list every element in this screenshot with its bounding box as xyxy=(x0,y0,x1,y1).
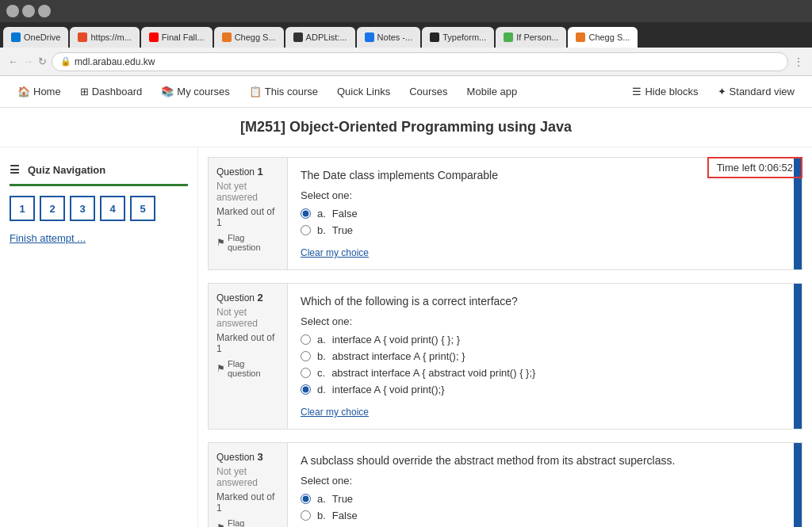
question-2-option-b[interactable]: b. abstract interface A { print(); } xyxy=(301,350,781,362)
question-3-info: Question 3 Not yet answered Marked out o… xyxy=(209,443,288,527)
question-3-option-a[interactable]: a. True xyxy=(301,493,781,505)
top-nav: 🏠 Home ⊞ Dashboard 📚 My courses 📋 This c… xyxy=(0,76,812,108)
quiz-nav-buttons: 1 2 3 4 5 xyxy=(10,196,188,221)
back-button[interactable] xyxy=(6,5,19,17)
page-title: [M251] Object-Oriented Programming using… xyxy=(0,108,812,147)
url-text: mdl.arabau.edu.kw xyxy=(75,56,155,67)
tab-favicon-6 xyxy=(365,32,374,42)
question-2-status: Not yet answered xyxy=(216,307,279,329)
question-2-select-one: Select one: xyxy=(301,315,781,327)
standard-view-link[interactable]: ✦ Standard view xyxy=(710,81,802,102)
refresh-nav-icon[interactable]: ↻ xyxy=(38,55,47,67)
question-2-info: Question 2 Not yet answered Marked out o… xyxy=(209,284,288,429)
tab-typeform[interactable]: Typeform... xyxy=(422,27,494,48)
question-2-option-a[interactable]: a. interface A { void print() { }; } xyxy=(301,334,781,346)
browser-controls xyxy=(6,5,51,17)
question-2-flag[interactable]: ⚑ Flag question xyxy=(216,359,279,378)
question-1-info: Question 1 Not yet answered Marked out o… xyxy=(209,158,288,269)
quiz-nav-btn-3[interactable]: 3 xyxy=(70,196,95,221)
question-3-mark: Marked out of 1 xyxy=(216,491,279,514)
question-1-num: Question 1 xyxy=(216,166,279,178)
right-links: ☰ Hide blocks ✦ Standard view xyxy=(624,81,802,102)
quiz-navigation-sidebar: ☰ Quiz Navigation 1 2 3 4 5 Finish attem… xyxy=(0,147,198,527)
question-3-status: Not yet answered xyxy=(216,466,279,488)
courses-link[interactable]: Courses xyxy=(401,81,455,102)
this-course-link[interactable]: 📋 This course xyxy=(241,81,326,102)
quiz-nav-btn-5[interactable]: 5 xyxy=(130,196,155,221)
question-2-text: Which of the following is a correct inte… xyxy=(301,295,781,307)
hamburger-icon: ☰ xyxy=(10,163,20,176)
tab-favicon-4 xyxy=(222,32,232,42)
question-1-select-one: Select one: xyxy=(301,189,781,201)
content-area: Time left 0:06:52 Question 1 Not yet ans… xyxy=(198,147,812,527)
question-3-select-one: Select one: xyxy=(301,475,781,487)
forward-nav-icon[interactable]: → xyxy=(23,55,33,67)
question-2-num: Question 2 xyxy=(216,292,279,304)
question-1-mark: Marked out of 1 xyxy=(216,206,279,228)
question-1-clear[interactable]: Clear my choice xyxy=(301,247,369,258)
this-course-icon: 📋 xyxy=(249,86,262,97)
question-2-option-c[interactable]: c. abstract interface A { abstract void … xyxy=(301,367,781,379)
question-1-option-a[interactable]: a. False xyxy=(301,208,781,220)
home-icon: 🏠 xyxy=(17,86,30,97)
browser-bar xyxy=(0,0,812,22)
tab-favicon-3 xyxy=(149,32,159,42)
main-layout: ☰ Quiz Navigation 1 2 3 4 5 Finish attem… xyxy=(0,147,812,527)
tab-ondrive[interactable]: OneDrive xyxy=(3,27,68,48)
question-2-mark: Marked out of 1 xyxy=(216,332,279,354)
question-card-2: Question 2 Not yet answered Marked out o… xyxy=(208,283,802,430)
dashboard-link[interactable]: ⊞ Dashboard xyxy=(72,81,151,102)
tab-bar: OneDrive https://m... Final Fall... Cheg… xyxy=(0,22,812,48)
my-courses-icon: 📚 xyxy=(161,86,174,97)
url-bar[interactable]: 🔒 mdl.arabau.edu.kw xyxy=(52,52,788,71)
quiz-nav-btn-2[interactable]: 2 xyxy=(40,196,65,221)
extensions-icon[interactable]: ⋮ xyxy=(793,55,804,68)
tab-favicon-2 xyxy=(78,32,87,42)
question-2-clear[interactable]: Clear my choice xyxy=(301,407,369,418)
finish-attempt-link[interactable]: Finish attempt ... xyxy=(10,232,188,244)
tab-finalfall[interactable]: Final Fall... xyxy=(141,27,213,48)
quiz-nav-btn-4[interactable]: 4 xyxy=(100,196,125,221)
hide-blocks-icon: ☰ xyxy=(632,86,642,97)
timer-box: Time left 0:06:52 xyxy=(707,157,802,178)
question-1-flag[interactable]: ⚑ Flag question xyxy=(216,233,279,252)
tab-chegg1[interactable]: Chegg S... xyxy=(214,27,284,48)
tab-adp[interactable]: ADPList:... xyxy=(285,27,355,48)
question-3-option-b[interactable]: b. False xyxy=(301,510,781,521)
quiz-nav-btn-1[interactable]: 1 xyxy=(10,196,35,221)
back-nav-icon[interactable]: ← xyxy=(8,55,18,67)
tab-chegg2[interactable]: Chegg S... xyxy=(568,27,638,48)
question-3-body: A subclass should override the abstract … xyxy=(288,443,794,527)
question-2-right-bar xyxy=(794,284,802,429)
question-3-flag[interactable]: ⚑ Flag question xyxy=(216,518,279,527)
lock-icon: 🔒 xyxy=(60,56,71,67)
question-2-body: Which of the following is a correct inte… xyxy=(288,284,794,429)
my-courses-link[interactable]: 📚 My courses xyxy=(153,81,237,102)
sidebar-title: ☰ Quiz Navigation xyxy=(10,157,188,186)
home-link[interactable]: 🏠 Home xyxy=(10,81,69,102)
question-1-option-b[interactable]: b. True xyxy=(301,224,781,236)
question-3-right-bar xyxy=(794,443,802,527)
tab-person[interactable]: If Person... xyxy=(496,27,566,48)
dashboard-icon: ⊞ xyxy=(80,86,89,97)
flag-icon-2: ⚑ xyxy=(216,363,225,374)
tab-favicon-8 xyxy=(504,32,513,42)
hide-blocks-link[interactable]: ☰ Hide blocks xyxy=(624,81,706,102)
question-card-3: Question 3 Not yet answered Marked out o… xyxy=(208,442,802,527)
question-1-status: Not yet answered xyxy=(216,181,279,203)
tab-https[interactable]: https://m... xyxy=(70,27,139,48)
tab-notes[interactable]: Notes -... xyxy=(357,27,421,48)
question-3-text: A subclass should override the abstract … xyxy=(301,454,781,467)
address-bar: ← → ↻ 🔒 mdl.arabau.edu.kw ⋮ xyxy=(0,48,812,76)
tab-favicon xyxy=(11,32,21,42)
standard-view-icon: ✦ xyxy=(718,86,726,97)
flag-icon-3: ⚑ xyxy=(216,522,225,527)
tab-favicon-5 xyxy=(293,32,303,42)
tab-favicon-9 xyxy=(576,32,585,42)
question-2-option-d[interactable]: d. interface A { void print();} xyxy=(301,384,781,395)
mobile-app-link[interactable]: Mobile app xyxy=(459,81,526,102)
refresh-button[interactable] xyxy=(38,5,51,17)
tab-favicon-7 xyxy=(430,32,439,42)
forward-button[interactable] xyxy=(22,5,35,17)
quick-links-link[interactable]: Quick Links xyxy=(329,81,398,102)
